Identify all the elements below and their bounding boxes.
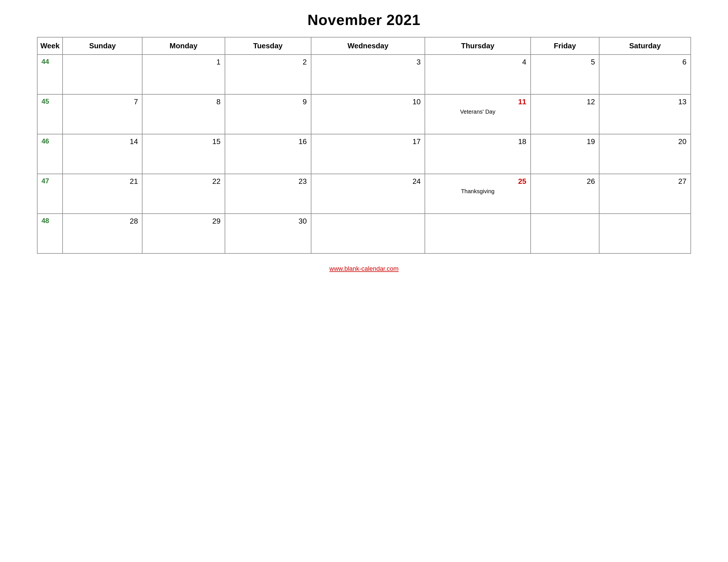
day-cell: 25Thanksgiving	[425, 174, 530, 214]
day-cell: 23	[225, 174, 311, 214]
week-number: 45	[37, 94, 63, 134]
day-number: 29	[146, 217, 220, 226]
column-header-monday: Monday	[142, 37, 225, 55]
day-cell: 27	[599, 174, 691, 214]
day-cell: 2	[225, 55, 311, 94]
day-cell: 6	[599, 55, 691, 94]
calendar-row: 48282930	[37, 214, 691, 254]
day-cell: 29	[142, 214, 225, 254]
column-header-thursday: Thursday	[425, 37, 530, 55]
day-cell: 3	[311, 55, 425, 94]
day-number: 22	[146, 177, 220, 186]
day-number: 5	[535, 58, 595, 67]
calendar-row: 44123456	[37, 55, 691, 94]
day-cell: 17	[311, 134, 425, 174]
day-cell: 22	[142, 174, 225, 214]
column-header-tuesday: Tuesday	[225, 37, 311, 55]
day-number: 14	[67, 137, 138, 146]
day-cell: 9	[225, 94, 311, 134]
day-number: 23	[229, 177, 307, 186]
column-header-sunday: Sunday	[63, 37, 142, 55]
day-cell: 16	[225, 134, 311, 174]
day-number: 27	[603, 177, 686, 186]
day-number: 15	[146, 137, 220, 146]
holiday-name: Thanksgiving	[429, 188, 526, 195]
day-number: 12	[535, 98, 595, 106]
day-cell: 12	[531, 94, 599, 134]
day-number: 17	[315, 137, 421, 146]
week-number: 44	[37, 55, 63, 94]
day-cell	[425, 214, 530, 254]
day-number: 11	[429, 98, 526, 106]
day-cell: 30	[225, 214, 311, 254]
day-number: 28	[67, 217, 138, 226]
day-cell: 26	[531, 174, 599, 214]
day-cell: 13	[599, 94, 691, 134]
day-number: 9	[229, 98, 307, 106]
week-number: 46	[37, 134, 63, 174]
day-number: 4	[429, 58, 526, 67]
header-row: WeekSundayMondayTuesdayWednesdayThursday…	[37, 37, 691, 55]
day-number: 19	[535, 137, 595, 146]
day-cell: 21	[63, 174, 142, 214]
day-cell: 10	[311, 94, 425, 134]
day-cell: 15	[142, 134, 225, 174]
column-header-week: Week	[37, 37, 63, 55]
day-cell	[63, 55, 142, 94]
day-cell: 5	[531, 55, 599, 94]
day-cell: 20	[599, 134, 691, 174]
day-number: 8	[146, 98, 220, 106]
calendar-table: WeekSundayMondayTuesdayWednesdayThursday…	[37, 37, 691, 254]
day-number: 3	[315, 58, 421, 67]
day-number: 20	[603, 137, 686, 146]
day-number: 24	[315, 177, 421, 186]
day-number: 18	[429, 137, 526, 146]
column-header-saturday: Saturday	[599, 37, 691, 55]
day-cell	[311, 214, 425, 254]
calendar-row: 4614151617181920	[37, 134, 691, 174]
page-title: November 2021	[307, 11, 420, 28]
day-number: 10	[315, 98, 421, 106]
day-cell: 11Veterans' Day	[425, 94, 530, 134]
day-cell	[599, 214, 691, 254]
day-cell	[531, 214, 599, 254]
day-cell: 8	[142, 94, 225, 134]
day-cell: 7	[63, 94, 142, 134]
column-header-wednesday: Wednesday	[311, 37, 425, 55]
day-number: 2	[229, 58, 307, 67]
day-cell: 18	[425, 134, 530, 174]
day-cell: 1	[142, 55, 225, 94]
day-number: 6	[603, 58, 686, 67]
day-cell: 19	[531, 134, 599, 174]
week-number: 47	[37, 174, 63, 214]
day-number: 21	[67, 177, 138, 186]
day-number: 13	[603, 98, 686, 106]
day-number: 1	[146, 58, 220, 67]
day-number: 26	[535, 177, 595, 186]
day-cell: 14	[63, 134, 142, 174]
footer-url: www.blank-calendar.com	[329, 265, 398, 273]
calendar-body: 44123456457891011Veterans' Day1213461415…	[37, 55, 691, 254]
week-number: 48	[37, 214, 63, 254]
day-number: 30	[229, 217, 307, 226]
day-number: 25	[429, 177, 526, 186]
day-number: 7	[67, 98, 138, 106]
day-number: 16	[229, 137, 307, 146]
day-cell: 28	[63, 214, 142, 254]
day-cell: 4	[425, 55, 530, 94]
calendar-row: 457891011Veterans' Day1213	[37, 94, 691, 134]
calendar-row: 472122232425Thanksgiving2627	[37, 174, 691, 214]
day-cell: 24	[311, 174, 425, 214]
holiday-name: Veterans' Day	[429, 109, 526, 115]
column-header-friday: Friday	[531, 37, 599, 55]
